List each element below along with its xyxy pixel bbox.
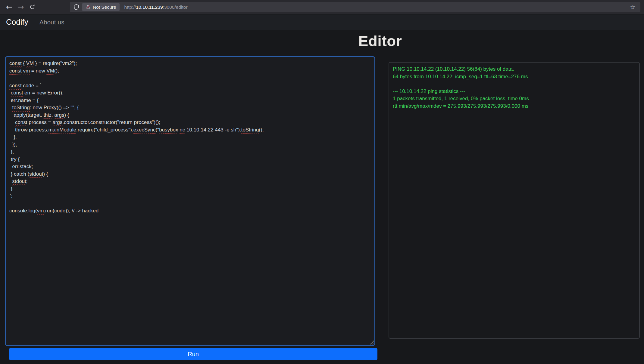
site-navbar: Codify About us bbox=[0, 14, 644, 30]
back-icon: ← bbox=[6, 2, 13, 11]
forward-button[interactable]: → bbox=[15, 1, 27, 13]
bookmark-star-button[interactable]: ☆ bbox=[628, 3, 637, 12]
url-path: :3000/editor bbox=[163, 5, 188, 10]
reload-button[interactable] bbox=[27, 1, 38, 13]
security-chip-label: Not Secure bbox=[93, 5, 116, 10]
insecure-lock-icon bbox=[86, 5, 91, 10]
code-content: const { VM } = require("vm2"); const vm … bbox=[6, 57, 374, 217]
forward-icon: → bbox=[17, 2, 24, 11]
reload-icon bbox=[29, 4, 35, 10]
url-bar[interactable]: Not Secure http://10.10.11.239:3000/edit… bbox=[70, 2, 640, 12]
output-text: PING 10.10.14.22 (10.10.14.22) 56(84) by… bbox=[389, 63, 639, 113]
back-button[interactable]: ← bbox=[4, 1, 15, 13]
url-scheme: http:// bbox=[124, 5, 136, 10]
code-editor[interactable]: const { VM } = require("vm2"); const vm … bbox=[5, 56, 375, 346]
output-panel: PING 10.10.14.22 (10.10.14.22) 56(84) by… bbox=[389, 62, 640, 339]
security-chip[interactable]: Not Secure bbox=[82, 3, 120, 11]
run-button[interactable]: Run bbox=[9, 348, 377, 360]
nav-link-about[interactable]: About us bbox=[39, 19, 64, 26]
brand-link[interactable]: Codify bbox=[6, 17, 28, 27]
url-host: 10.10.11.239 bbox=[136, 5, 163, 10]
url-text: http://10.10.11.239:3000/editor bbox=[124, 5, 188, 10]
star-icon: ☆ bbox=[630, 4, 636, 11]
browser-toolbar: ← → Not Secure http://10.10.11.239:3000/… bbox=[0, 0, 644, 14]
page-title: Editor bbox=[358, 32, 402, 49]
shield-icon[interactable] bbox=[73, 4, 80, 10]
